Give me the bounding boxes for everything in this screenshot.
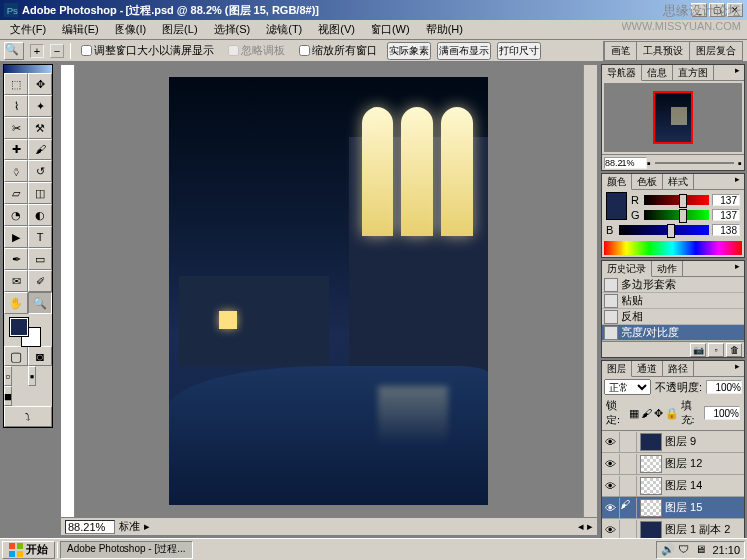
link-icon[interactable]: 🖌 xyxy=(620,498,637,518)
blend-mode-select[interactable]: 正常 xyxy=(604,379,651,395)
tab-paths[interactable]: 路径 xyxy=(663,361,694,376)
tray-icon[interactable]: 🔊 xyxy=(661,543,675,557)
fill-input[interactable] xyxy=(704,406,740,420)
navigator-slider[interactable] xyxy=(655,157,734,169)
history-item[interactable]: 亮度/对比度 xyxy=(602,325,744,341)
tool-eraser[interactable]: ▱ xyxy=(4,182,28,204)
layer-item[interactable]: 👁🖌图层 15 xyxy=(602,497,744,519)
tab-actions[interactable]: 动作 xyxy=(652,261,683,276)
color-picker[interactable] xyxy=(4,314,52,346)
foreground-color[interactable] xyxy=(10,318,28,336)
tool-gradient[interactable]: ◫ xyxy=(28,182,52,204)
color-menu[interactable]: ▸ xyxy=(731,174,744,189)
eye-icon[interactable]: 👁 xyxy=(602,520,620,540)
tab-brush[interactable]: 画笔 xyxy=(604,42,636,60)
eye-icon[interactable]: 👁 xyxy=(602,476,620,496)
tool-blur[interactable]: ◔ xyxy=(4,204,28,226)
menu-view[interactable]: 视图(V) xyxy=(310,20,363,39)
layer-item[interactable]: 👁图层 12 xyxy=(602,453,744,475)
tool-wand[interactable]: ✦ xyxy=(28,95,52,117)
tool-move[interactable]: ✥ xyxy=(28,73,52,95)
history-menu[interactable]: ▸ xyxy=(731,261,744,276)
new-snapshot-button[interactable]: 📷 xyxy=(690,343,706,357)
screen-standard[interactable]: ▫ xyxy=(4,366,12,386)
opt-ignore-palettes[interactable]: 忽略调板 xyxy=(228,43,285,58)
b-slider[interactable] xyxy=(619,225,709,235)
scrollbar-vertical[interactable] xyxy=(583,65,597,517)
start-button[interactable]: 开始 xyxy=(2,541,55,559)
tray-icon[interactable]: 🖥 xyxy=(695,543,709,557)
zoom-in-icon[interactable]: + xyxy=(30,44,44,58)
color-swatch[interactable] xyxy=(606,192,627,220)
eye-icon[interactable]: 👁 xyxy=(602,432,620,452)
tray-icon[interactable]: 🛡 xyxy=(678,543,692,557)
taskbar-app[interactable]: Adobe Photoshop - [过程... xyxy=(60,541,193,559)
lock-paint-icon[interactable]: 🖌 xyxy=(641,407,652,419)
opt-zoom-all[interactable]: 缩放所有窗口 xyxy=(299,43,377,58)
opt-fit-screen[interactable]: 调整窗口大小以满屏显示 xyxy=(81,43,214,58)
layers-menu[interactable]: ▸ xyxy=(731,361,744,376)
link-icon[interactable] xyxy=(620,454,637,474)
opt-actual-pixels[interactable]: 实际象素 xyxy=(387,42,431,60)
menu-image[interactable]: 图像(I) xyxy=(107,20,154,39)
lock-transparent-icon[interactable]: ▦ xyxy=(629,407,639,420)
tool-path-select[interactable]: ▶ xyxy=(4,226,28,248)
menu-select[interactable]: 选择(S) xyxy=(206,20,259,39)
tool-heal[interactable]: ✚ xyxy=(4,139,28,160)
eye-icon[interactable]: 👁 xyxy=(602,454,620,474)
tab-history[interactable]: 历史记录 xyxy=(602,261,652,277)
menu-filter[interactable]: 滤镜(T) xyxy=(258,20,310,39)
clock[interactable]: 21:10 xyxy=(712,544,740,556)
link-icon[interactable] xyxy=(620,432,637,452)
tab-color[interactable]: 颜色 xyxy=(602,174,632,190)
tool-slice[interactable]: ⚒ xyxy=(28,117,52,139)
tab-navigator[interactable]: 导航器 xyxy=(602,65,642,81)
link-icon[interactable] xyxy=(620,476,637,496)
tool-pen[interactable]: ✒ xyxy=(4,248,28,270)
tab-channels[interactable]: 通道 xyxy=(632,361,663,376)
canvas[interactable] xyxy=(75,65,583,517)
history-item[interactable]: 多边形套索 xyxy=(602,277,744,293)
navigator-menu[interactable]: ▸ xyxy=(731,65,744,80)
tool-marquee[interactable]: ⬚ xyxy=(4,73,28,95)
tool-notes[interactable]: ✉ xyxy=(4,270,28,292)
tool-brush[interactable]: 🖌 xyxy=(28,139,52,160)
tab-info[interactable]: 信息 xyxy=(642,65,673,80)
menu-layer[interactable]: 图层(L) xyxy=(154,20,205,39)
new-state-button[interactable]: ▫ xyxy=(708,343,724,357)
tab-swatches[interactable]: 色板 xyxy=(632,174,663,189)
opt-print-size[interactable]: 打印尺寸 xyxy=(497,42,541,60)
g-slider[interactable] xyxy=(644,210,709,220)
tool-eyedropper[interactable]: ✐ xyxy=(28,270,52,292)
g-value[interactable]: 137 xyxy=(712,209,740,221)
tab-styles[interactable]: 样式 xyxy=(663,174,694,189)
menu-file[interactable]: 文件(F) xyxy=(2,20,54,39)
mode-quickmask[interactable]: ◙ xyxy=(28,346,52,366)
screen-full[interactable]: ■ xyxy=(4,386,12,406)
screen-full-menu[interactable]: ▪ xyxy=(28,366,36,386)
r-slider[interactable] xyxy=(644,195,709,205)
color-spectrum[interactable] xyxy=(604,241,742,255)
tool-type[interactable]: T xyxy=(28,226,52,248)
eye-icon[interactable]: 👁 xyxy=(602,498,620,518)
lock-all-icon[interactable]: 🔒 xyxy=(665,407,679,420)
tab-layers[interactable]: 图层 xyxy=(602,361,632,377)
tool-dodge[interactable]: ◐ xyxy=(28,204,52,226)
layer-item[interactable]: 👁图层 14 xyxy=(602,475,744,497)
tab-layer-comp[interactable]: 图层复合 xyxy=(689,42,742,60)
link-icon[interactable] xyxy=(620,520,637,540)
history-item[interactable]: 粘贴 xyxy=(602,293,744,309)
toolbox-titlebar[interactable] xyxy=(4,65,52,73)
r-value[interactable]: 137 xyxy=(712,194,740,206)
menu-window[interactable]: 窗口(W) xyxy=(363,20,418,39)
menu-edit[interactable]: 编辑(E) xyxy=(54,20,107,39)
tool-hand[interactable]: ✋ xyxy=(4,292,28,314)
zoom-in-small-icon[interactable]: ▪ xyxy=(738,157,742,169)
opacity-input[interactable] xyxy=(706,380,742,394)
zoom-input[interactable] xyxy=(65,520,115,534)
menu-help[interactable]: 帮助(H) xyxy=(418,20,471,39)
tab-tool-preset[interactable]: 工具预设 xyxy=(636,42,689,60)
navigator-preview[interactable] xyxy=(604,83,742,152)
tab-histogram[interactable]: 直方图 xyxy=(673,65,714,80)
navigator-zoom-input[interactable] xyxy=(604,157,647,169)
